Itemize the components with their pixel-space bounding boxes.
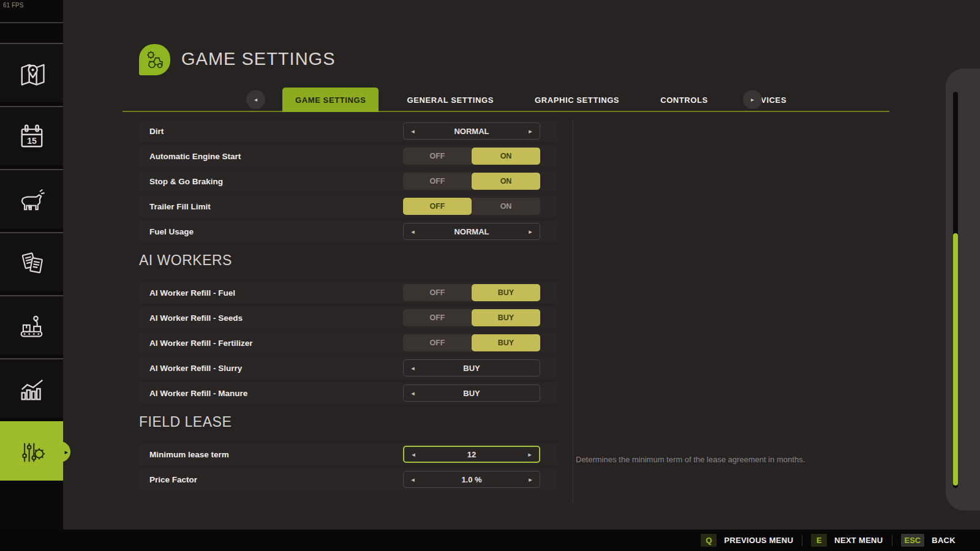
- value-selector[interactable]: ◂NORMAL▸: [403, 122, 540, 140]
- cow-icon: [16, 184, 48, 216]
- tabs-prev-arrow-button[interactable]: ◂: [246, 90, 265, 109]
- key-badge-esc: ESC: [901, 534, 925, 547]
- selector-value: BUY: [463, 364, 480, 373]
- selector-value: 12: [467, 450, 476, 459]
- option-buy-button[interactable]: BUY: [472, 309, 540, 326]
- active-item-notch: [55, 441, 70, 462]
- setting-label: Trailer Fill Limit: [149, 202, 211, 211]
- option-on-button[interactable]: ON: [472, 148, 540, 165]
- setting-row-stop-go-braking: Stop & Go BrakingOFFON: [139, 171, 557, 192]
- prev-value-arrow[interactable]: ◂: [409, 364, 417, 372]
- selector-value: NORMAL: [454, 227, 489, 236]
- prev-value-arrow[interactable]: ◂: [409, 476, 417, 484]
- tab-graphic-settings[interactable]: GRAPHIC SETTINGS: [522, 88, 632, 112]
- next-value-arrow[interactable]: ▸: [527, 127, 534, 135]
- setting-description: Determines the minimum term of the lease…: [576, 455, 919, 464]
- page-title: GAME SETTINGS: [181, 49, 335, 69]
- documents-icon: [16, 247, 48, 279]
- prev-value-arrow[interactable]: ◂: [409, 228, 417, 236]
- setting-label: AI Worker Refill - Seeds: [149, 313, 243, 323]
- tab-game-settings[interactable]: GAME SETTINGS: [282, 88, 379, 112]
- setting-control: ◂NORMAL▸: [403, 122, 540, 140]
- content-divider: [573, 121, 573, 503]
- option-off-button[interactable]: OFF: [403, 198, 472, 215]
- footer-separator: [892, 535, 892, 546]
- value-selector[interactable]: ◂12▸: [403, 446, 540, 463]
- value-selector[interactable]: ◂BUY▸: [403, 384, 540, 402]
- tractor-gear-icon: [143, 48, 167, 72]
- value-selector[interactable]: ◂1.0 %▸: [403, 471, 540, 488]
- value-selector[interactable]: ◂BUY▸: [403, 359, 540, 377]
- toggle-switch: OFFON: [403, 198, 540, 215]
- sidebar-item-calendar[interactable]: 15: [0, 106, 63, 165]
- setting-control: ◂BUY▸: [403, 359, 540, 377]
- footer-keybar: QPREVIOUS MENUENEXT MENUESCBACK: [0, 530, 980, 551]
- setting-label: AI Worker Refill - Fuel: [149, 288, 235, 298]
- section-title-ai-workers: AI WORKERS: [139, 252, 557, 269]
- toggle-switch: OFFON: [403, 173, 540, 190]
- toggle-switch: OFFBUY: [403, 309, 540, 326]
- option-off-button[interactable]: OFF: [403, 173, 472, 190]
- setting-label: AI Worker Refill - Slurry: [149, 364, 242, 373]
- setting-control: OFFON: [403, 198, 540, 215]
- sidebar-item-map[interactable]: [0, 43, 63, 102]
- option-on-button[interactable]: ON: [472, 173, 540, 190]
- footer-hint-previous-menu[interactable]: QPREVIOUS MENU: [701, 534, 793, 547]
- option-off-button[interactable]: OFF: [403, 148, 472, 165]
- setting-label: Minimum lease term: [149, 450, 229, 459]
- next-value-arrow[interactable]: ▸: [527, 228, 534, 236]
- option-off-button[interactable]: OFF: [403, 309, 472, 326]
- setting-row-trailer-fill-limit: Trailer Fill LimitOFFON: [139, 196, 557, 217]
- option-on-button[interactable]: ON: [472, 198, 540, 215]
- setting-row-ai-worker-refill-seeds: AI Worker Refill - SeedsOFFBUY: [139, 307, 557, 328]
- setting-label: AI Worker Refill - Manure: [149, 389, 247, 398]
- setting-control: OFFON: [403, 148, 540, 165]
- prev-value-arrow[interactable]: ◂: [410, 451, 417, 459]
- sidebar-item-animals[interactable]: [0, 169, 63, 228]
- value-selector[interactable]: ◂NORMAL▸: [403, 223, 540, 240]
- prev-value-arrow[interactable]: ◂: [409, 389, 417, 397]
- setting-row-ai-worker-refill-manure: AI Worker Refill - Manure◂BUY▸: [139, 383, 557, 403]
- setting-control: ◂BUY▸: [403, 384, 540, 402]
- setting-label: Fuel Usage: [149, 227, 194, 236]
- footer-hint-back[interactable]: ESCBACK: [901, 534, 956, 547]
- statistics-icon: [16, 373, 48, 405]
- key-badge-q: Q: [701, 534, 717, 547]
- option-buy-button[interactable]: BUY: [472, 284, 540, 301]
- key-badge-e: E: [811, 534, 827, 547]
- svg-text:15: 15: [27, 135, 37, 145]
- sidebar: 15: [0, 0, 63, 530]
- next-value-arrow[interactable]: ▸: [526, 451, 533, 459]
- footer-hint-label: PREVIOUS MENU: [724, 536, 793, 545]
- setting-control: OFFBUY: [403, 284, 540, 301]
- tab-controls[interactable]: CONTROLS: [647, 88, 721, 112]
- sidebar-item-statistics[interactable]: [0, 358, 63, 418]
- next-value-arrow[interactable]: ▸: [527, 476, 534, 484]
- footer-separator: [802, 535, 802, 546]
- setting-row-dirt: Dirt◂NORMAL▸: [139, 121, 557, 141]
- sidebar-item-settings[interactable]: [0, 421, 63, 481]
- setting-control: ◂NORMAL▸: [403, 223, 540, 240]
- setting-control: OFFBUY: [403, 334, 540, 351]
- setting-label: Automatic Engine Start: [149, 152, 241, 161]
- sidebar-item-production[interactable]: [0, 295, 63, 354]
- option-buy-button[interactable]: BUY: [472, 334, 540, 351]
- setting-row-fuel-usage: Fuel Usage◂NORMAL▸: [139, 221, 557, 242]
- scrollbar-thumb[interactable]: [953, 233, 958, 485]
- sidebar-item-contracts[interactable]: [0, 232, 63, 291]
- tabs-next-arrow-button[interactable]: ▸: [743, 90, 762, 109]
- settings-gear-icon: [16, 436, 48, 468]
- setting-label: AI Worker Refill - Fertilizer: [149, 339, 253, 348]
- option-off-button[interactable]: OFF: [403, 284, 472, 301]
- setting-label: Stop & Go Braking: [149, 177, 223, 186]
- footer-hint-next-menu[interactable]: ENEXT MENU: [811, 534, 883, 547]
- option-off-button[interactable]: OFF: [403, 334, 472, 351]
- map-icon: [16, 58, 48, 89]
- setting-control: OFFBUY: [403, 309, 540, 326]
- setting-row-ai-worker-refill-fertilizer: AI Worker Refill - FertilizerOFFBUY: [139, 332, 557, 353]
- tab-general-settings[interactable]: GENERAL SETTINGS: [394, 88, 507, 112]
- settings-list: Dirt◂NORMAL▸Automatic Engine StartOFFONS…: [139, 121, 557, 494]
- prev-value-arrow[interactable]: ◂: [409, 127, 417, 135]
- setting-row-automatic-engine-start: Automatic Engine StartOFFON: [139, 146, 557, 167]
- setting-control: ◂1.0 %▸: [403, 471, 540, 488]
